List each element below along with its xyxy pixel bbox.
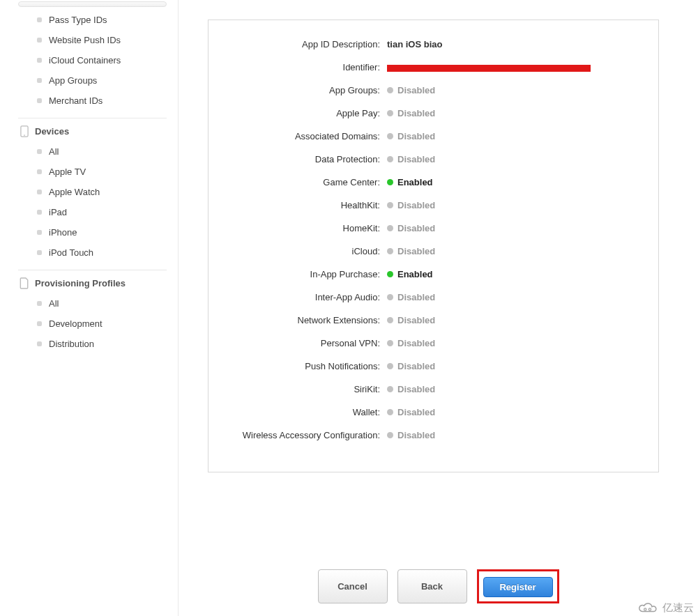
bullet-icon <box>37 301 42 306</box>
sidebar-item-label: Website Push IDs <box>49 35 121 45</box>
watermark-text: 亿速云 <box>662 601 694 615</box>
field-label: App ID Description: <box>221 39 387 49</box>
capability-label: Wallet: <box>221 407 387 417</box>
capability-row: iCloud:Disabled <box>221 240 646 263</box>
capability-row: Personal VPN:Disabled <box>221 332 646 355</box>
capability-label: iCloud: <box>221 246 387 256</box>
capability-status: Disabled <box>387 223 435 233</box>
redacted-bar <box>387 65 591 72</box>
sidebar-item-iphone[interactable]: iPhone <box>18 222 178 242</box>
capability-status-text: Disabled <box>397 85 435 95</box>
capability-status-text: Disabled <box>397 246 435 256</box>
sidebar-item-apple-watch[interactable]: Apple Watch <box>18 182 178 202</box>
sidebar-item-profiles-all[interactable]: All <box>18 293 178 314</box>
device-icon <box>20 125 29 137</box>
sidebar-divider <box>18 118 167 118</box>
sidebar-item-apple-tv[interactable]: Apple TV <box>18 162 178 182</box>
capability-row: Apple Pay:Disabled <box>221 102 646 125</box>
capability-status: Disabled <box>387 315 435 325</box>
capability-label: Wireless Accessory Configuration: <box>221 430 387 440</box>
status-dot-disabled-icon <box>387 133 393 139</box>
status-dot-disabled-icon <box>387 363 393 369</box>
sidebar-item-ipod-touch[interactable]: iPod Touch <box>18 242 178 263</box>
capability-status-text: Disabled <box>397 384 435 394</box>
bullet-icon <box>37 78 42 83</box>
sidebar-item-label: Pass Type IDs <box>49 15 107 25</box>
status-dot-disabled-icon <box>387 202 393 208</box>
sidebar-item-pass-type-ids[interactable]: Pass Type IDs <box>18 10 178 30</box>
capability-label: In-App Purchase: <box>221 269 387 279</box>
sidebar: Pass Type IDs Website Push IDs iCloud Co… <box>0 0 178 616</box>
svg-point-3 <box>648 608 651 610</box>
status-dot-enabled-icon <box>387 179 393 185</box>
sidebar-item-label: iCloud Containers <box>49 55 121 66</box>
register-button[interactable]: Register <box>483 577 553 597</box>
capability-row: Wallet:Disabled <box>221 401 646 424</box>
cancel-button[interactable]: Cancel <box>318 569 388 603</box>
footer-buttons: Cancel Back Register <box>179 569 698 603</box>
sidebar-item-label: Apple TV <box>49 167 86 177</box>
capability-row: Network Extensions:Disabled <box>221 309 646 332</box>
capability-row: Inter-App Audio:Disabled <box>221 286 646 309</box>
capability-row: Push Notifications:Disabled <box>221 355 646 378</box>
sidebar-item-all-devices[interactable]: All <box>18 141 178 162</box>
bullet-icon <box>37 250 42 255</box>
status-dot-disabled-icon <box>387 248 393 254</box>
sidebar-item-profiles-distribution[interactable]: Distribution <box>18 334 178 354</box>
sidebar-item-icloud-containers[interactable]: iCloud Containers <box>18 50 178 70</box>
sidebar-item-website-push-ids[interactable]: Website Push IDs <box>18 30 178 50</box>
sidebar-item-merchant-ids[interactable]: Merchant IDs <box>18 91 178 111</box>
capability-status-text: Disabled <box>397 407 435 417</box>
capability-row: Game Center:Enabled <box>221 171 646 194</box>
sidebar-item-label: iPod Touch <box>49 247 93 258</box>
bullet-icon <box>37 341 42 346</box>
back-button[interactable]: Back <box>397 569 467 603</box>
sidebar-item-label: All <box>49 146 59 157</box>
capability-row: In-App Purchase:Enabled <box>221 263 646 286</box>
sidebar-item-label: Merchant IDs <box>49 95 103 106</box>
sidebar-header-profiles[interactable]: Provisioning Profiles <box>18 273 178 293</box>
field-app-id-description: App ID Description: tian iOS biao <box>221 33 646 56</box>
capability-label: Inter-App Audio: <box>221 292 387 302</box>
sidebar-group-identifiers: Pass Type IDs Website Push IDs iCloud Co… <box>18 10 178 111</box>
status-dot-disabled-icon <box>387 294 393 300</box>
field-identifier: Identifier: <box>221 56 646 79</box>
bullet-icon <box>37 190 42 194</box>
capability-status-text: Disabled <box>397 223 435 233</box>
capability-label: SiriKit: <box>221 384 387 394</box>
field-value-redacted <box>387 63 591 72</box>
app-id-confirm-panel: App ID Description: tian iOS biao Identi… <box>208 20 659 472</box>
status-dot-disabled-icon <box>387 340 393 346</box>
capability-row: Data Protection:Disabled <box>221 148 646 171</box>
capability-label: HomeKit: <box>221 223 387 233</box>
sidebar-item-label: iPad <box>49 207 67 217</box>
bullet-icon <box>37 58 42 63</box>
bullet-icon <box>37 38 42 43</box>
capability-label: Data Protection: <box>221 154 387 164</box>
capability-status: Disabled <box>387 131 435 141</box>
capabilities-list: App Groups:DisabledApple Pay:DisabledAss… <box>221 79 646 447</box>
bullet-icon <box>37 210 42 215</box>
capability-label: Network Extensions: <box>221 315 387 325</box>
document-icon <box>20 277 29 289</box>
status-dot-enabled-icon <box>387 271 393 277</box>
sidebar-item-ipad[interactable]: iPad <box>18 202 178 222</box>
bullet-icon <box>37 149 42 154</box>
status-dot-disabled-icon <box>387 409 393 415</box>
sidebar-item-app-groups[interactable]: App Groups <box>18 70 178 91</box>
bullet-icon <box>37 98 42 103</box>
capability-status: Disabled <box>387 108 435 118</box>
svg-point-2 <box>644 608 646 610</box>
capability-status: Enabled <box>387 177 433 187</box>
capability-status-text: Disabled <box>397 154 435 164</box>
bullet-icon <box>37 169 42 174</box>
sidebar-item-profiles-development[interactable]: Development <box>18 314 178 334</box>
status-dot-disabled-icon <box>387 110 393 116</box>
status-dot-disabled-icon <box>387 317 393 323</box>
capability-row: HealthKit:Disabled <box>221 194 646 217</box>
status-dot-disabled-icon <box>387 87 393 93</box>
sidebar-header-devices[interactable]: Devices <box>18 121 178 141</box>
capability-status: Disabled <box>387 430 435 440</box>
capability-label: App Groups: <box>221 85 387 95</box>
sidebar-item-label: iPhone <box>49 227 77 238</box>
